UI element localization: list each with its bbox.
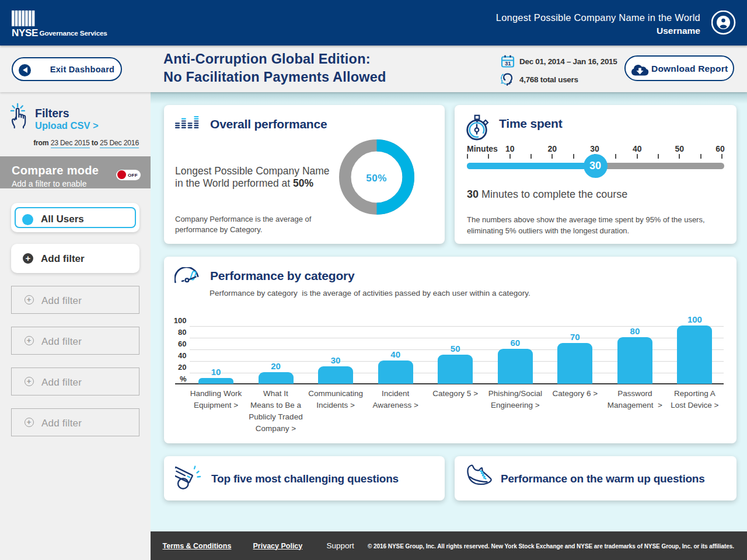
svg-text:NYSE: NYSE: [12, 27, 38, 37]
svg-text:31: 31: [505, 60, 511, 66]
svg-text:Governance Services: Governance Services: [40, 29, 108, 37]
